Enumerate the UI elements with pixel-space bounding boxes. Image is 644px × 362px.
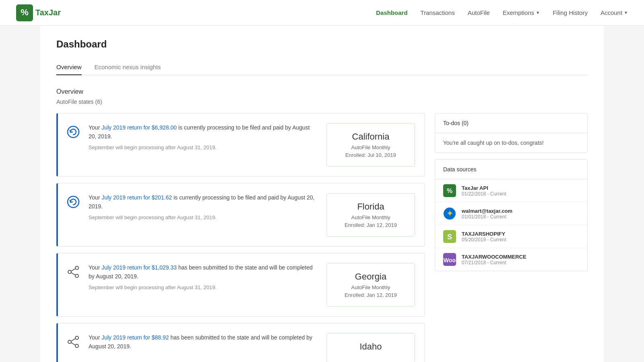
svg-text:%: % [447,187,452,194]
page-title: Dashboard [56,39,588,50]
state-box-fl: Florida AutoFile Monthly Enrolled: Jan 1… [326,193,415,237]
nav-dashboard[interactable]: Dashboard [376,9,407,16]
nav-filing-history[interactable]: Filing History [553,9,588,16]
nav-links: Dashboard Transactions AutoFile Exemptio… [376,9,628,16]
logo[interactable]: % TaxJar [16,4,61,21]
taxjar-api-info: TaxJar API 01/22/2018 - Current [462,185,506,197]
right-sidebar: To-dos (0) You're all caught up on to-do… [435,113,588,362]
card-body-ca: Your July 2019 return for $6,928.00 is c… [89,123,318,150]
brand-name: TaxJar [35,8,61,17]
taxjar-api-icon: % [443,184,456,197]
state-info-id: Idaho [326,333,415,362]
state-info-ga: Georgia AutoFile Monthly Enrolled: Jan 1… [326,263,415,306]
svg-line-13 [71,343,75,345]
account-dropdown-icon: ▼ [624,10,628,15]
share-icon-ga [66,265,80,279]
autofile-card-ca: Your July 2019 return for $6,928.00 is c… [56,113,425,177]
svg-point-4 [75,266,78,269]
data-source-shopify: S TAXJARSHOPIFY 05/20/2019 - Current [435,225,587,248]
state-enrolled-ca: Enrolled: Jul 10, 2019 [335,152,407,158]
nav-transactions[interactable]: Transactions [421,9,455,16]
state-box-ca: California AutoFile Monthly Enrolled: Ju… [326,123,415,167]
state-enrolled-fl: Enrolled: Jan 12, 2019 [335,222,407,228]
todos-box: To-dos (0) You're all caught up on to-do… [435,113,588,153]
todos-body: You're all caught up on to-dos, congrats… [435,133,587,152]
woocommerce-name: TAXJARWOOCOMMERCE [462,254,526,260]
card-body-ga: Your July 2019 return for $1,029.33 has … [89,263,318,290]
state-box-id: Idaho [326,333,415,362]
tab-economic-nexus[interactable]: Economic nexus insights [95,60,161,75]
shopify-date: 05/20/2019 - Current [462,237,506,243]
autofile-card-id: Your July 2019 return for $88.92 has bee… [56,323,425,362]
svg-point-9 [75,336,78,339]
svg-point-11 [68,340,71,343]
card-link-ga[interactable]: July 2019 return for $1,029.33 [101,264,177,271]
data-sources-box: Data sources % TaxJar API 01/22/2018 - C… [435,159,588,271]
state-enrolled-ga: Enrolled: Jan 12, 2019 [335,292,407,298]
state-box-ga: Georgia AutoFile Monthly Enrolled: Jan 1… [326,263,415,306]
card-body-fl: Your July 2019 return for $201.62 is cur… [89,193,318,220]
nav-exemptions[interactable]: Exemptions ▼ [503,9,540,16]
state-name-ga: Georgia [335,272,407,282]
autofile-card-ga: Your July 2019 return for $1,029.33 has … [56,253,425,317]
svg-text:%: % [21,7,29,17]
woocommerce-date: 07/21/2018 - Current [462,260,526,265]
main-content: Dashboard Overview Economic nexus insigh… [40,26,604,362]
state-plan-fl: AutoFile Monthly [335,214,407,220]
refresh-icon-ca [66,125,80,139]
svg-point-5 [75,274,78,278]
nav-account[interactable]: Account ▼ [601,9,628,16]
overview-section-title: Overview [56,88,588,95]
card-text-fl: Your July 2019 return for $201.62 is cur… [89,193,318,211]
state-info-fl: Florida AutoFile Monthly Enrolled: Jan 1… [326,193,415,237]
state-plan-ga: AutoFile Monthly [335,284,407,290]
tab-overview[interactable]: Overview [56,60,82,75]
refresh-icon-fl [66,195,80,209]
data-source-woocommerce: Woo TAXJARWOOCOMMERCE 07/21/2018 - Curre… [435,248,587,271]
svg-text:✦: ✦ [447,210,453,218]
shopify-info: TAXJARSHOPIFY 05/20/2019 - Current [462,231,506,243]
shopify-name: TAXJARSHOPIFY [462,231,506,237]
card-text-ga: Your July 2019 return for $1,029.33 has … [89,263,318,281]
data-source-walmart: ✦ walmart@taxjar.com 01/01/2018 - Curren… [435,202,587,225]
walmart-date: 01/01/2018 - Current [462,214,512,220]
woocommerce-info: TAXJARWOOCOMMERCE 07/21/2018 - Current [462,254,526,265]
shopify-icon: S [443,230,456,243]
card-subtext-fl: September will begin processing after Au… [89,214,318,220]
svg-text:Woo: Woo [444,257,456,263]
share-icon-id [66,335,80,349]
svg-line-8 [71,273,75,275]
state-name-ca: California [335,132,407,142]
svg-point-3 [68,196,79,208]
card-body-id: Your July 2019 return for $88.92 has bee… [89,333,318,354]
card-link-fl[interactable]: July 2019 return for $201.62 [101,194,172,201]
svg-point-6 [68,270,71,274]
svg-point-2 [68,126,79,138]
state-name-id: Idaho [335,341,407,352]
walmart-icon: ✦ [443,207,456,220]
svg-point-10 [75,344,78,348]
card-text-ca: Your July 2019 return for $6,928.00 is c… [89,123,318,141]
autofile-cards-list: Your July 2019 return for $6,928.00 is c… [56,113,425,362]
taxjar-api-date: 01/22/2018 - Current [462,191,506,197]
nav-autofile[interactable]: AutoFile [468,9,490,16]
state-info-ca: California AutoFile Monthly Enrolled: Ju… [326,123,415,167]
svg-line-7 [71,269,75,271]
svg-line-12 [71,339,75,341]
autofile-card-fl: Your July 2019 return for $201.62 is cur… [56,183,425,247]
walmart-name: walmart@taxjar.com [462,208,512,214]
data-source-taxjar-api: % TaxJar API 01/22/2018 - Current [435,179,587,202]
card-link-ca[interactable]: July 2019 return for $6,928.00 [101,124,177,131]
card-subtext-ga: September will begin processing after Au… [89,284,318,290]
navbar: % TaxJar Dashboard Transactions AutoFile… [0,0,644,26]
todos-header: To-dos (0) [435,113,587,133]
card-subtext-ca: September will begin processing after Au… [89,144,318,150]
taxjar-api-name: TaxJar API [462,185,506,191]
state-name-fl: Florida [335,202,407,212]
card-link-id[interactable]: July 2019 return for $88.92 [101,334,169,341]
content-area: Your July 2019 return for $6,928.00 is c… [56,113,588,362]
autofile-subtitle: AutoFile states (6) [56,99,588,105]
card-text-id: Your July 2019 return for $88.92 has bee… [89,333,318,351]
svg-text:S: S [447,233,452,241]
data-sources-header: Data sources [435,160,587,179]
